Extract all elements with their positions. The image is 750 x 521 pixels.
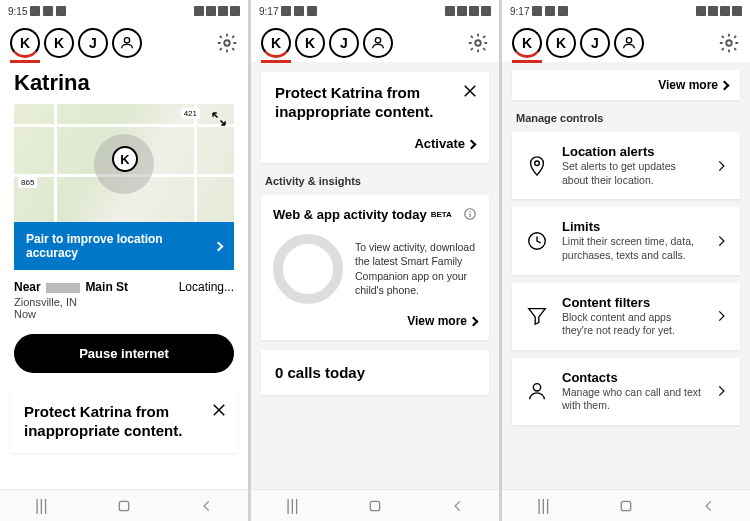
location-near: Near Main St	[14, 280, 128, 294]
phone-screen-3: 9:17 K K J View more Manage controls Loc…	[502, 0, 750, 521]
chevron-right-icon	[720, 81, 730, 91]
status-icon	[43, 6, 53, 16]
chevron-right-icon	[714, 234, 728, 248]
avatar-k-active[interactable]: K	[261, 28, 291, 58]
avatar-k-active[interactable]: K	[10, 28, 40, 58]
control-title: Contacts	[562, 370, 702, 385]
status-icon	[206, 6, 216, 16]
control-location-alerts[interactable]: Location alertsSet alerts to get updates…	[512, 132, 740, 199]
nav-back[interactable]	[697, 497, 721, 515]
status-icon	[56, 6, 66, 16]
phone-screen-2: 9:17 K K J Protect Katrina from inapprop…	[251, 0, 499, 521]
location-pin: K	[112, 146, 138, 172]
status-bar: 9:15	[0, 0, 248, 22]
status-icon	[532, 6, 542, 16]
close-icon[interactable]	[461, 82, 479, 100]
android-navbar: |||	[0, 489, 248, 521]
nav-home[interactable]	[363, 497, 387, 515]
partial-card: View more	[512, 70, 740, 100]
nav-home[interactable]	[112, 497, 136, 515]
pair-location-button[interactable]: Pair to improve location accuracy	[14, 222, 234, 270]
close-icon[interactable]	[210, 401, 228, 419]
chevron-right-icon	[714, 159, 728, 173]
svg-rect-13	[621, 501, 630, 510]
control-limits[interactable]: LimitsLimit their screen time, data, pur…	[512, 207, 740, 274]
avatar-j[interactable]: J	[78, 28, 108, 58]
svg-point-4	[475, 40, 481, 46]
svg-point-0	[124, 38, 129, 43]
activity-donut-chart	[273, 234, 343, 304]
status-bar: 9:17	[251, 0, 499, 22]
avatar-generic[interactable]	[614, 28, 644, 58]
info-icon[interactable]	[463, 207, 477, 221]
activate-button[interactable]: Activate	[275, 136, 475, 151]
nav-back[interactable]	[195, 497, 219, 515]
status-icon	[732, 6, 742, 16]
avatar-j[interactable]: J	[580, 28, 610, 58]
settings-icon[interactable]	[467, 32, 489, 54]
location-map[interactable]: 421 865 K	[14, 104, 234, 222]
nav-recent[interactable]: |||	[531, 497, 555, 515]
location-status: Locating...	[179, 280, 234, 294]
location-time: Now	[14, 308, 234, 320]
settings-icon[interactable]	[216, 32, 238, 54]
status-icon	[294, 6, 304, 16]
svg-point-9	[726, 40, 732, 46]
section-label-controls: Manage controls	[502, 100, 750, 128]
avatar-k[interactable]: K	[44, 28, 74, 58]
content-area: Katrina 421 865 K Pair to improve locati…	[0, 62, 248, 489]
avatar-generic[interactable]	[112, 28, 142, 58]
status-icon	[696, 6, 706, 16]
status-icon	[445, 6, 455, 16]
status-bar: 9:17	[502, 0, 750, 22]
content-area: Protect Katrina from inappropriate conte…	[251, 62, 499, 489]
avatar-k[interactable]: K	[295, 28, 325, 58]
control-desc: Manage who can call and text with them.	[562, 386, 702, 413]
redacted-text	[46, 283, 80, 293]
nav-back[interactable]	[446, 497, 470, 515]
control-content-filters[interactable]: Content filtersBlock content and apps th…	[512, 283, 740, 350]
svg-point-12	[533, 384, 540, 391]
view-more-button[interactable]: View more	[273, 314, 477, 328]
status-time: 9:15	[8, 6, 27, 17]
chevron-right-icon	[469, 316, 479, 326]
control-contacts[interactable]: ContactsManage who can call and text wit…	[512, 358, 740, 425]
nav-recent[interactable]: |||	[29, 497, 53, 515]
android-navbar: |||	[251, 489, 499, 521]
status-icon	[281, 6, 291, 16]
person-icon	[370, 35, 386, 51]
svg-point-8	[626, 38, 631, 43]
avatar-k-active[interactable]: K	[512, 28, 542, 58]
avatar-j[interactable]: J	[329, 28, 359, 58]
route-shield: 865	[18, 177, 37, 188]
person-icon	[119, 35, 135, 51]
expand-icon[interactable]	[210, 110, 228, 128]
avatar-generic[interactable]	[363, 28, 393, 58]
chevron-right-icon	[214, 241, 224, 251]
nav-home[interactable]	[614, 497, 638, 515]
settings-icon[interactable]	[718, 32, 740, 54]
protect-card: Protect Katrina from inappropriate conte…	[10, 391, 238, 453]
svg-point-10	[535, 161, 540, 166]
pause-internet-button[interactable]: Pause internet	[14, 334, 234, 373]
calls-card[interactable]: 0 calls today	[261, 350, 489, 395]
status-time: 9:17	[510, 6, 529, 17]
status-icon	[558, 6, 568, 16]
protect-card-title: Protect Katrina from inappropriate conte…	[24, 403, 224, 441]
location-pin-icon	[526, 155, 548, 177]
status-icon	[469, 6, 479, 16]
route-shield: 421	[181, 108, 200, 119]
control-desc: Limit their screen time, data, purchases…	[562, 235, 702, 262]
avatar-k[interactable]: K	[546, 28, 576, 58]
beta-badge: BETA	[431, 210, 452, 219]
status-icon	[194, 6, 204, 16]
view-more-button[interactable]: View more	[524, 78, 728, 92]
status-time: 9:17	[259, 6, 278, 17]
nav-recent[interactable]: |||	[280, 497, 304, 515]
svg-point-6	[469, 211, 470, 212]
chevron-right-icon	[714, 384, 728, 398]
pair-location-label: Pair to improve location accuracy	[26, 232, 212, 260]
status-icon	[708, 6, 718, 16]
profile-switcher: K K J	[251, 22, 499, 62]
status-icon	[457, 6, 467, 16]
